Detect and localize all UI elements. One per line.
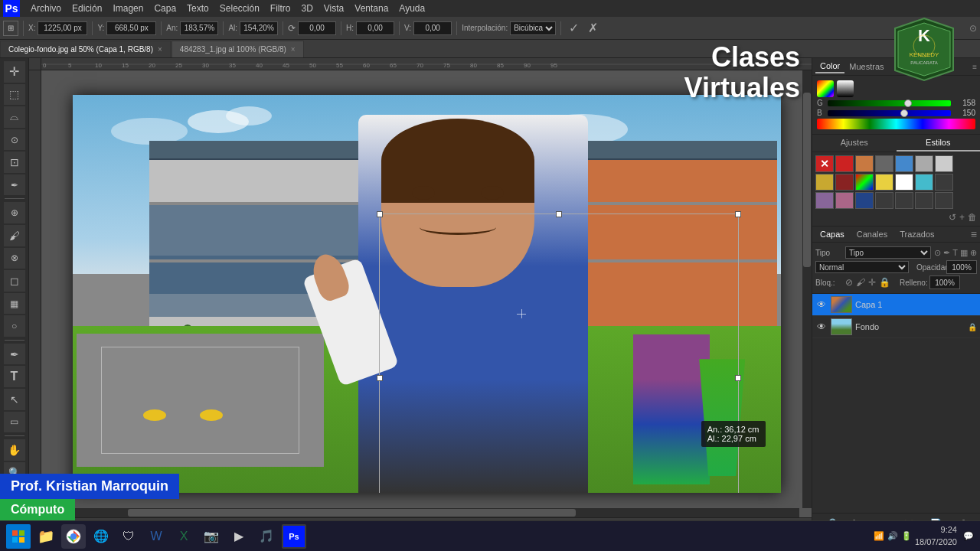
network-icon[interactable]: 📶: [874, 531, 884, 541]
swatch-red[interactable]: [835, 155, 854, 172]
lock-all-icon[interactable]: 🔒: [879, 277, 890, 288]
tool-quick-select[interactable]: ⊙: [4, 129, 25, 151]
photoshop-canvas[interactable]: An.: 36,12 cm Al.: 22,97 cm: [73, 95, 781, 493]
layer-type-select[interactable]: Tipo: [845, 246, 931, 259]
layer-icon-5[interactable]: ⊕: [970, 248, 977, 258]
blend-mode-select[interactable]: Normal: [815, 261, 909, 273]
confirm-button[interactable]: ✓: [566, 21, 582, 35]
muestras-tab[interactable]: Muestras: [844, 60, 888, 73]
swatch-purple[interactable]: [815, 192, 834, 209]
layer-item-fondo[interactable]: 👁 Fondo 🔒: [812, 316, 980, 338]
swatch-cyan[interactable]: [915, 174, 933, 191]
menu-archivo[interactable]: Archivo: [26, 2, 66, 15]
layer-icon-1[interactable]: ⊙: [934, 248, 941, 258]
battery-icon[interactable]: 🔋: [901, 531, 912, 541]
taskbar-edge[interactable]: 🌐: [89, 524, 113, 549]
tool-path-select[interactable]: ↖: [4, 389, 25, 410]
swatch-lgray[interactable]: [915, 155, 933, 172]
taskbar-music[interactable]: 🎵: [254, 524, 279, 549]
layers-panel-menu[interactable]: ≡: [971, 228, 977, 240]
tool-dodge[interactable]: ○: [4, 315, 25, 337]
taskbar-chrome[interactable]: [61, 524, 86, 549]
taskbar-camera[interactable]: 📷: [199, 524, 224, 549]
tool-eraser[interactable]: ◻: [4, 270, 25, 292]
layer-eye-fondo[interactable]: 👁: [815, 321, 828, 333]
delete-swatch-icon[interactable]: 🗑: [968, 212, 977, 223]
g-slider-track[interactable]: [828, 100, 951, 106]
menu-3d[interactable]: 3D: [296, 2, 317, 15]
swatch-empty5[interactable]: [935, 192, 953, 209]
swatch-multi[interactable]: [855, 174, 874, 191]
layer-icon-3[interactable]: T: [952, 248, 958, 257]
swatch-white[interactable]: [895, 174, 913, 191]
swatch-gold[interactable]: [815, 174, 834, 191]
tool-eyedropper[interactable]: ✒: [4, 174, 25, 196]
tool-clone[interactable]: ⊗: [4, 248, 25, 269]
volume-icon[interactable]: 🔊: [887, 531, 898, 541]
g-slider-thumb[interactable]: [904, 99, 912, 107]
estilos-tab[interactable]: Estilos: [897, 135, 981, 152]
tool-healing[interactable]: ⊕: [4, 202, 25, 223]
refresh-swatches-icon[interactable]: ↺: [949, 212, 956, 223]
swatch-mauve[interactable]: [835, 192, 854, 209]
tool-hand[interactable]: ✋: [4, 439, 25, 461]
layer-item-capa1[interactable]: 👁 Capa 1: [812, 294, 980, 316]
taskbar-clock[interactable]: 9:24 18/07/2020: [915, 524, 957, 548]
x-input[interactable]: [38, 21, 87, 35]
color-spectrum-bar[interactable]: [817, 119, 975, 129]
start-button[interactable]: [6, 524, 31, 549]
tab-1-close[interactable]: ×: [291, 45, 296, 54]
swatch-darkblue[interactable]: [855, 192, 874, 209]
notification-icon[interactable]: 💬: [963, 531, 974, 541]
lock-transparent-icon[interactable]: ⊘: [845, 277, 853, 288]
layer-icon-2[interactable]: ✒: [943, 248, 950, 258]
opacity-input[interactable]: [946, 260, 977, 274]
menu-seleccion[interactable]: Selección: [215, 2, 264, 15]
taskbar-excel[interactable]: X: [172, 524, 196, 549]
swatch-empty4[interactable]: [915, 192, 933, 209]
swatch-blue[interactable]: [895, 155, 913, 172]
swatch-lgray2[interactable]: [935, 155, 953, 172]
rotation-input[interactable]: [298, 21, 336, 35]
tool-marquee[interactable]: ⬚: [4, 84, 25, 106]
trazados-tab[interactable]: Trazados: [895, 228, 939, 240]
swatch-orange[interactable]: [855, 155, 874, 172]
taskbar-word[interactable]: W: [144, 524, 168, 549]
b-slider-track[interactable]: [828, 110, 951, 116]
menu-filtro[interactable]: Filtro: [266, 2, 296, 15]
tool-gradient[interactable]: ▦: [4, 293, 25, 315]
tool-text[interactable]: T: [4, 366, 25, 387]
menu-texto[interactable]: Texto: [182, 2, 214, 15]
h-input[interactable]: [356, 21, 394, 35]
swatch-dred[interactable]: [835, 174, 854, 191]
taskbar-antivirus[interactable]: 🛡: [116, 524, 141, 549]
tab-1[interactable]: 484283_1.jpg al 100% (RGB/8) ×: [172, 41, 304, 57]
scrollbar-v-thumb[interactable]: [803, 93, 811, 268]
fill-input[interactable]: [929, 276, 960, 289]
swatch-gray1[interactable]: [875, 155, 893, 172]
layer-eye-capa1[interactable]: 👁: [815, 298, 828, 311]
tool-brush[interactable]: 🖌: [4, 225, 25, 246]
color-icon-2[interactable]: [837, 80, 854, 97]
layer-icon-4[interactable]: ▦: [960, 248, 968, 258]
menu-capa[interactable]: Capa: [149, 2, 181, 15]
ajustes-tab[interactable]: Ajustes: [812, 135, 897, 152]
color-icon-1[interactable]: [817, 80, 834, 97]
tab-0[interactable]: Colegio-fondo.jpg al 50% (Capa 1, RGB/8)…: [0, 41, 171, 57]
tool-shape[interactable]: ▭: [4, 412, 25, 433]
al-input[interactable]: [240, 21, 278, 35]
tool-crop[interactable]: ⊡: [4, 152, 25, 173]
swatch-empty[interactable]: [935, 174, 953, 191]
color-tab[interactable]: Color: [815, 60, 844, 73]
an-input[interactable]: [180, 21, 218, 35]
swatch-yellow[interactable]: [875, 174, 893, 191]
swatch-red-x[interactable]: ✕: [815, 155, 834, 172]
tab-0-close[interactable]: ×: [158, 45, 162, 54]
y-input[interactable]: [106, 21, 156, 35]
vertical-scrollbar[interactable]: [802, 70, 812, 508]
b-slider-thumb[interactable]: [900, 109, 908, 117]
v-input[interactable]: [413, 21, 452, 35]
menu-imagen[interactable]: Imagen: [108, 2, 148, 15]
interpolation-select[interactable]: Bicúbica: [510, 21, 556, 35]
cancel-button[interactable]: ✗: [585, 21, 601, 35]
